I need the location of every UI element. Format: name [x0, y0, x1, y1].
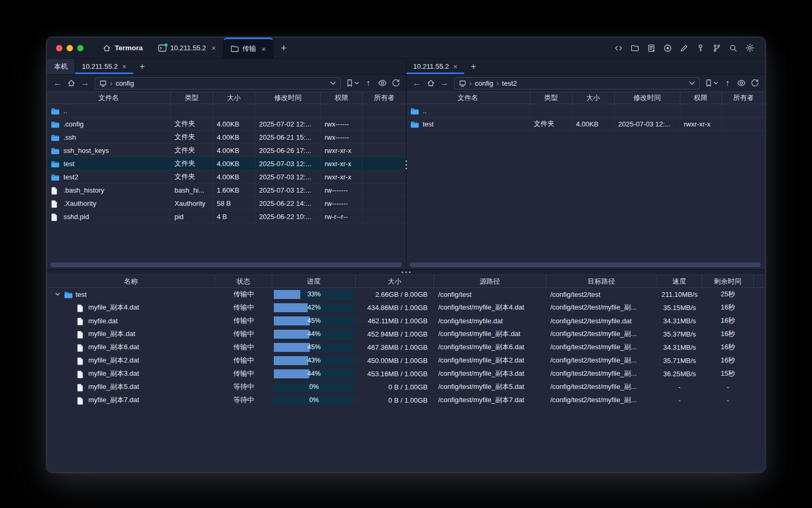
- folder-icon[interactable]: [631, 44, 639, 52]
- file-name-cell: .config: [47, 117, 171, 130]
- edit-icon[interactable]: [680, 44, 688, 52]
- close-window-button[interactable]: [56, 45, 62, 51]
- transfer-target-path: /config/test2/test/myfile_副...: [546, 354, 657, 367]
- log-icon[interactable]: [647, 44, 656, 52]
- file-owner: [722, 117, 765, 130]
- table-row[interactable]: .config 文件夹 4.00KB 2025-07-02 12:... rwx…: [47, 117, 406, 131]
- back-button[interactable]: ←: [53, 78, 62, 88]
- parent-dir-button[interactable]: ↑: [364, 78, 373, 88]
- col-header-speed[interactable]: 速度: [657, 275, 702, 287]
- forward-button[interactable]: →: [80, 78, 90, 88]
- col-header-status[interactable]: 状态: [215, 275, 272, 287]
- close-icon[interactable]: ×: [453, 62, 457, 71]
- transfer-row[interactable]: myfile_副本4.dat 传输中 42% 434.86MB / 1.00GB…: [47, 301, 765, 314]
- close-icon[interactable]: ×: [122, 62, 126, 71]
- tab-transfer[interactable]: 传输 ×: [223, 38, 274, 58]
- col-header-size[interactable]: 大小: [573, 92, 615, 104]
- path-field[interactable]: › config: [95, 77, 341, 89]
- path-segment[interactable]: config: [116, 79, 134, 87]
- tab-remote-host[interactable]: 10.211.55.2 ×: [407, 59, 465, 74]
- table-row[interactable]: .ssh 文件夹 4.00KB 2025-06-21 15:... rwx---…: [47, 131, 406, 144]
- table-row[interactable]: test2 文件夹 4.00KB 2025-07-03 12:... rwxr-…: [47, 170, 406, 184]
- code-snippets-icon[interactable]: [614, 44, 623, 52]
- forward-button[interactable]: →: [440, 78, 449, 88]
- transfer-panel: 名称 状态 进度 大小 源路径 目标路径 速度 剩余时间 test 传输中: [47, 275, 765, 472]
- table-row[interactable]: ssh_host_keys 文件夹 4.00KB 2025-06-26 17:.…: [47, 144, 406, 157]
- col-header-remaining[interactable]: 剩余时间: [702, 275, 754, 287]
- transfer-row[interactable]: myfile_副本5.dat 等待中 0% 0 B / 1.00GB /conf…: [47, 380, 765, 394]
- add-panel-tab-button[interactable]: +: [464, 59, 482, 74]
- show-hidden-icon[interactable]: [737, 79, 746, 87]
- branch-icon[interactable]: [713, 44, 721, 52]
- transfer-row[interactable]: myfile_副本6.dat 传输中 45% 467.36MB / 1.00GB…: [47, 341, 765, 354]
- col-header-perm[interactable]: 权限: [321, 92, 363, 104]
- chevron-down-icon[interactable]: [330, 81, 336, 85]
- key-icon[interactable]: [696, 44, 705, 52]
- transfer-row[interactable]: myfile_副本7.dat 等待中 0% 0 B / 1.00GB /conf…: [47, 394, 765, 407]
- chevron-down-icon[interactable]: [54, 292, 61, 296]
- search-icon[interactable]: [729, 44, 737, 52]
- tab-session[interactable]: 10.211.55.2 ×: [151, 38, 223, 58]
- transfer-remaining: 15秒: [702, 367, 754, 380]
- horizontal-scrollbar[interactable]: [50, 262, 402, 267]
- record-icon[interactable]: [663, 44, 672, 52]
- path-segment[interactable]: config: [475, 79, 493, 87]
- col-header-mtime[interactable]: 修改时间: [255, 92, 321, 104]
- tab-remote-host[interactable]: 10.211.55.2 ×: [75, 59, 133, 74]
- col-header-mtime[interactable]: 修改时间: [615, 92, 680, 104]
- col-header-type[interactable]: 类型: [171, 92, 213, 104]
- transfer-row[interactable]: test 传输中 33% 2.66GB / 8.00GB /config/tes…: [47, 288, 765, 301]
- table-row[interactable]: .bash_history bash_hi... 1.60KB 2025-07-…: [47, 184, 406, 197]
- col-header-progress[interactable]: 进度: [272, 275, 356, 287]
- new-tab-button[interactable]: +: [273, 38, 294, 58]
- path-field[interactable]: › config › test2: [454, 77, 700, 89]
- table-row[interactable]: ..: [407, 104, 765, 117]
- transfer-row[interactable]: myfile.dat 传输中 45% 462.11MB / 1.00GB /co…: [47, 314, 765, 328]
- transfer-row[interactable]: myfile_副本2.dat 传输中 43% 450.00MB / 1.00GB…: [47, 354, 765, 367]
- table-row[interactable]: sshd.pid pid 4 B 2025-06-22 10:... rw-r-…: [47, 210, 406, 223]
- minimize-window-button[interactable]: [67, 45, 73, 51]
- refresh-icon[interactable]: [392, 79, 400, 87]
- panel-splitter-handle[interactable]: [404, 160, 409, 169]
- file-type-icon: [77, 357, 86, 365]
- col-header-size[interactable]: 大小: [213, 92, 255, 104]
- transfer-source-path: /config/test/myfile_副本5.dat: [434, 380, 546, 393]
- col-header-owner[interactable]: 所有者: [722, 92, 765, 104]
- col-header-name[interactable]: 名称: [47, 275, 215, 287]
- path-segment[interactable]: test2: [502, 79, 517, 87]
- progress-label: 42%: [274, 303, 354, 312]
- close-icon[interactable]: ×: [211, 44, 216, 52]
- table-row[interactable]: test 文件夹 4.00KB 2025-07-03 12:... rwxr-x…: [47, 157, 406, 170]
- col-header-size[interactable]: 大小: [356, 275, 434, 287]
- tab-local[interactable]: 本机: [47, 59, 75, 74]
- bookmark-control[interactable]: [705, 79, 718, 87]
- titlebar-actions: [614, 38, 765, 58]
- bookmark-control[interactable]: [346, 79, 359, 87]
- zoom-window-button[interactable]: [77, 45, 84, 51]
- chevron-down-icon[interactable]: [689, 81, 695, 85]
- horizontal-scrollbar[interactable]: [410, 262, 761, 267]
- back-button[interactable]: ←: [412, 78, 422, 88]
- table-row[interactable]: .Xauthority Xauthority 58 B 2025-06-22 1…: [47, 197, 406, 210]
- table-row[interactable]: test 文件夹 4.00KB 2025-07-03 12:... rwxr-x…: [407, 117, 765, 131]
- col-header-target[interactable]: 目标路径: [546, 275, 657, 287]
- show-hidden-icon[interactable]: [378, 79, 387, 87]
- horizontal-splitter[interactable]: [47, 269, 765, 275]
- home-icon[interactable]: [67, 79, 76, 87]
- col-header-filename[interactable]: 文件名: [407, 92, 530, 104]
- add-panel-tab-button[interactable]: +: [133, 59, 151, 74]
- transfer-row[interactable]: myfile_副本3.dat 传输中 44% 453.16MB / 1.00GB…: [47, 367, 765, 380]
- close-icon[interactable]: ×: [262, 45, 266, 53]
- refresh-icon[interactable]: [751, 79, 759, 87]
- col-header-type[interactable]: 类型: [530, 92, 573, 104]
- parent-dir-button[interactable]: ↑: [723, 78, 732, 88]
- transfer-row[interactable]: myfile_副本.dat 传输中 44% 452.94MB / 1.00GB …: [47, 328, 765, 341]
- gear-icon[interactable]: [745, 43, 754, 52]
- col-header-source[interactable]: 源路径: [434, 275, 546, 287]
- col-header-owner[interactable]: 所有者: [363, 92, 406, 104]
- col-header-filename[interactable]: 文件名: [47, 92, 171, 104]
- home-tab[interactable]: Termora: [94, 38, 151, 58]
- table-row[interactable]: ..: [47, 104, 406, 117]
- col-header-perm[interactable]: 权限: [680, 92, 722, 104]
- home-icon[interactable]: [427, 79, 435, 87]
